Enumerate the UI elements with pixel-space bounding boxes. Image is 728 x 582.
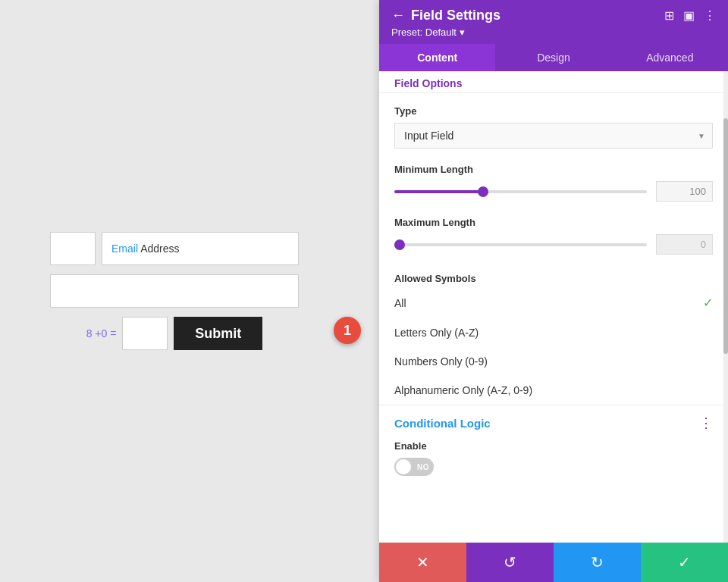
type-section: Type Input Field [379,93,728,161]
min-length-slider-row: 100 [394,181,713,202]
submit-button[interactable]: Submit [174,317,262,350]
layout-icon[interactable]: ▣ [683,8,695,23]
panel-title-icons: ⊞ ▣ ⋮ [664,8,716,23]
toggle-knob [396,459,411,474]
redo-button[interactable]: ↻ [554,543,641,582]
undo-button[interactable]: ↺ [466,543,554,582]
save-button[interactable]: ✓ [641,543,728,582]
toggle-label: NO [417,463,429,471]
max-length-thumb[interactable] [394,239,405,250]
enable-toggle[interactable]: NO [394,458,434,476]
more-icon[interactable]: ⋮ [704,8,716,23]
panel-title-row: ← Field Settings ⊞ ▣ ⋮ [391,8,716,23]
type-select[interactable]: Input Field [394,123,713,149]
form-row-captcha: 8 +0 = Submit [86,317,263,350]
panel-preset[interactable]: Preset: Default ▾ [391,27,716,38]
panel-content: Field Options Type Input Field Minimum L… [379,71,728,543]
panel-tabs: Content Design Advanced [379,44,728,71]
allowed-symbols-dropdown: All ✓ Letters Only (A-Z) Numbers Only (0… [379,287,728,405]
panel-title-left: ← Field Settings [391,8,500,23]
check-icon-all: ✓ [703,296,713,310]
captcha-input-box[interactable] [122,317,168,350]
scrollbar-thumb[interactable] [723,118,728,354]
cancel-button[interactable]: ✕ [379,543,466,582]
message-field [50,274,299,308]
panel-footer: ✕ ↺ ↻ ✓ [379,543,728,582]
captcha-equation: 8 +0 = [86,327,117,340]
canvas-area: Email Address 8 +0 = Submit [0,0,349,582]
type-label: Type [394,105,713,117]
dropdown-item-numbers[interactable]: Numbers Only (0-9) [379,347,728,376]
form-row-name: Email Address [50,232,299,265]
email-text: Email Address [111,242,180,255]
max-length-slider-row: 0 [394,234,713,255]
panel-title: Field Settings [411,8,500,23]
min-length-track[interactable] [394,190,647,193]
min-length-input[interactable]: 100 [656,181,713,202]
min-length-section: Minimum Length 100 [379,161,728,214]
max-length-track[interactable] [394,243,647,246]
allowed-symbols-label: Allowed Symbols [379,267,728,287]
min-length-thumb[interactable] [478,186,488,197]
max-length-input[interactable]: 0 [656,234,713,255]
email-field: Email Address [102,232,299,265]
tab-advanced[interactable]: Advanced [612,44,728,71]
address-word: Address [140,242,179,255]
field-options-header: Field Options [379,71,728,93]
field-settings-panel: ← Field Settings ⊞ ▣ ⋮ Preset: Default ▾… [379,0,728,582]
enable-label: Enable [394,440,713,452]
dropdown-item-letters[interactable]: Letters Only (A-Z) [379,318,728,347]
dropdown-item-all[interactable]: All ✓ [379,287,728,318]
min-length-fill [394,190,483,193]
step-badge: 1 [334,317,361,344]
expand-icon[interactable]: ⊞ [664,8,674,23]
conditional-logic-header: Conditional Logic ⋮ [394,415,713,431]
panel-header: ← Field Settings ⊞ ▣ ⋮ Preset: Default ▾ [379,0,728,44]
email-word: Email [111,242,138,255]
conditional-menu-icon[interactable]: ⋮ [699,415,713,431]
scrollbar-track[interactable] [723,71,728,543]
max-length-label: Maximum Length [394,217,713,228]
toggle-row: NO [394,458,713,476]
max-length-section: Maximum Length 0 [379,214,728,267]
min-length-label: Minimum Length [394,164,713,175]
dropdown-item-alphanumeric[interactable]: Alphanumeric Only (A-Z, 0-9) [379,376,728,405]
tab-design[interactable]: Design [495,44,611,71]
type-select-wrapper: Input Field [394,123,713,149]
tab-content[interactable]: Content [379,44,495,71]
first-name-field [50,232,96,265]
form-row-message [50,274,299,308]
back-icon[interactable]: ← [391,8,405,23]
conditional-logic-section: Conditional Logic ⋮ Enable NO [379,405,728,485]
conditional-logic-title: Conditional Logic [394,417,491,430]
